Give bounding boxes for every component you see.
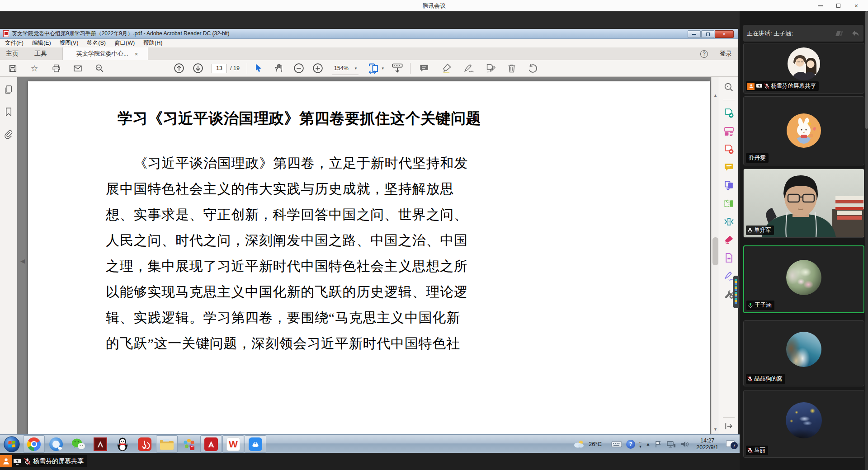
- restore-button[interactable]: [829, 0, 847, 11]
- participant-name: 单升军: [754, 226, 771, 234]
- delete-button[interactable]: [505, 61, 518, 75]
- trash-icon: [507, 63, 517, 73]
- taskbar-acrobat-dark-icon[interactable]: [90, 435, 111, 453]
- expand-panel-icon[interactable]: [724, 422, 733, 430]
- zoom-level-dropdown[interactable]: 154% ▾: [332, 61, 359, 75]
- participant-tile-jingjinggou[interactable]: 晶晶狗的窝: [743, 320, 864, 386]
- taskbar-netease-music-icon[interactable]: [134, 435, 156, 453]
- acrobat-restore-button[interactable]: [701, 30, 714, 38]
- acrobat-minimize-button[interactable]: [688, 30, 701, 38]
- save-button[interactable]: [6, 61, 19, 75]
- acrobat-close-button[interactable]: ×: [715, 30, 734, 38]
- favorite-button[interactable]: ☆: [28, 61, 41, 75]
- keyboard-icon[interactable]: [611, 441, 622, 448]
- previous-page-button[interactable]: [173, 61, 185, 75]
- combine-files-tool-icon[interactable]: [724, 180, 734, 191]
- sign-in-button[interactable]: 登录: [720, 50, 732, 58]
- export-pdf-tool-icon[interactable]: [724, 108, 734, 118]
- menu-window[interactable]: 窗口(W): [113, 39, 136, 47]
- vertical-scrollbar[interactable]: ▲ ▼: [711, 77, 719, 435]
- chevron-down-icon: ▾: [355, 66, 357, 70]
- zoom-in-icon: [312, 63, 323, 74]
- convert-export-button[interactable]: [485, 61, 497, 75]
- scroll-down-icon[interactable]: ▼: [712, 425, 719, 433]
- taskbar-qq-icon[interactable]: [112, 435, 133, 453]
- highlight-button[interactable]: [440, 61, 453, 75]
- search-button[interactable]: [93, 61, 106, 75]
- fill-sign-button[interactable]: [463, 61, 476, 75]
- comment-button[interactable]: [418, 61, 430, 75]
- edit-pdf-tool-icon[interactable]: [724, 126, 734, 136]
- action-center-flag-icon[interactable]: [654, 440, 662, 448]
- show-hidden-icons-button[interactable]: ▲: [646, 442, 650, 446]
- scroll-up-icon[interactable]: ▲: [712, 91, 719, 99]
- sidebar-scrollbar[interactable]: [865, 11, 868, 470]
- toolbar-options-button[interactable]: [391, 61, 404, 75]
- undo-button[interactable]: [526, 61, 539, 75]
- minimize-button[interactable]: [811, 0, 829, 11]
- page-number-input[interactable]: [212, 64, 227, 73]
- print-button[interactable]: [50, 61, 62, 75]
- avatar-starry-night: [786, 402, 822, 438]
- menu-file[interactable]: 文件(F): [4, 39, 25, 47]
- taskbar-adobe-reader-icon[interactable]: [200, 435, 222, 453]
- taskbar-wechat-icon[interactable]: [67, 435, 89, 453]
- bookmarks-icon[interactable]: [4, 107, 13, 117]
- tab-tools[interactable]: 工具: [34, 47, 47, 60]
- taskbar-wps-icon[interactable]: W: [222, 435, 244, 453]
- participant-tile-shanshengjun[interactable]: 单升军: [743, 169, 864, 238]
- taskbar-app-launcher-icon[interactable]: [178, 435, 200, 453]
- attachments-icon[interactable]: [4, 129, 13, 139]
- zoom-out-button[interactable]: [292, 61, 305, 75]
- participant-tile-wangzihan[interactable]: 王子涵: [743, 245, 864, 313]
- menu-edit[interactable]: 编辑(E): [31, 39, 52, 47]
- export-pdf-icon: [486, 63, 496, 73]
- organize-pages-tool-icon[interactable]: [724, 198, 734, 209]
- redact-tool-icon[interactable]: [724, 235, 734, 245]
- fit-width-button[interactable]: ▾: [368, 61, 384, 75]
- participant-tile-mali[interactable]: 马丽: [743, 390, 864, 458]
- tab-document[interactable]: 英文学院党委中心... ×: [62, 47, 148, 60]
- sidebar-scrollbar-thumb[interactable]: [865, 11, 868, 129]
- participant-tile-qiaodanwen[interactable]: 乔丹雯: [743, 96, 864, 165]
- weather-temperature[interactable]: 26°C: [589, 441, 602, 447]
- menu-sign[interactable]: 签名(S): [85, 39, 107, 47]
- compress-pdf-tool-icon[interactable]: [724, 216, 734, 227]
- search-tools-icon[interactable]: [724, 82, 734, 92]
- clock-date: 2022/9/1: [696, 444, 718, 451]
- scrollbar-thumb[interactable]: [712, 237, 718, 265]
- create-pdf-tool-icon[interactable]: [724, 144, 734, 155]
- start-button[interactable]: [1, 435, 23, 453]
- protect-pdf-tool-icon[interactable]: [724, 253, 734, 263]
- tab-home[interactable]: 主页: [6, 47, 19, 60]
- help-icon[interactable]: ?: [700, 50, 708, 58]
- participant-tile-yangxuefen[interactable]: 杨雪芬的屏幕共享: [743, 43, 864, 94]
- back-to-main-icon[interactable]: [851, 30, 860, 37]
- taskbar-file-explorer-icon[interactable]: [156, 435, 178, 453]
- layout-switch-icon[interactable]: [835, 30, 848, 37]
- taskbar-tencent-meeting-icon[interactable]: [245, 435, 266, 453]
- network-icon[interactable]: [666, 440, 676, 448]
- volume-icon[interactable]: [680, 440, 689, 448]
- menu-help[interactable]: 帮助(H): [142, 39, 164, 47]
- page-thumbnails-icon[interactable]: [4, 85, 13, 94]
- comment-tool-icon[interactable]: [724, 162, 734, 173]
- email-button[interactable]: [71, 61, 84, 75]
- hand-tool-button[interactable]: [273, 61, 285, 75]
- taskbar-chrome-icon[interactable]: [23, 435, 45, 453]
- tab-close-icon[interactable]: ×: [135, 51, 138, 57]
- tools-panel-handle[interactable]: [733, 276, 739, 308]
- taskbar-qq-browser-icon[interactable]: [45, 435, 67, 453]
- collapse-left-pane-arrow[interactable]: ◀: [20, 258, 25, 264]
- close-button[interactable]: ×: [847, 0, 865, 11]
- weather-icon[interactable]: [573, 440, 585, 449]
- clock[interactable]: 14:27 2022/9/1: [696, 437, 718, 451]
- input-method-icon[interactable]: ?: [626, 440, 635, 449]
- qq-penguin-icon: [116, 437, 129, 451]
- select-tool-button[interactable]: [253, 61, 265, 75]
- next-page-button[interactable]: [192, 61, 204, 75]
- menu-view[interactable]: 视图(V): [58, 39, 80, 47]
- ime-mini-icon[interactable]: ⌐▾: [639, 440, 642, 449]
- notification-tray-icon[interactable]: 7: [726, 439, 738, 449]
- zoom-in-button[interactable]: [311, 61, 324, 75]
